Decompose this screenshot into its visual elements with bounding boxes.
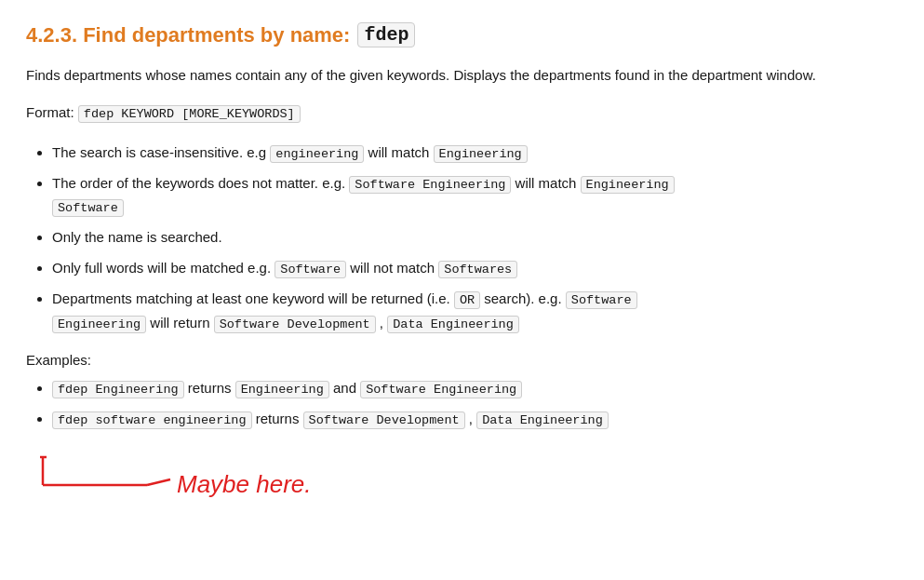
section-heading: 4.2.3. Find departments by name: fdep (26, 22, 898, 47)
examples-list: fdep Engineering returns Engineering and… (52, 377, 898, 432)
svg-text:Maybe here.: Maybe here. (177, 470, 312, 498)
example-item: fdep Engineering returns Engineering and… (52, 377, 898, 400)
format-line: Format: fdep KEYWORD [MORE_KEYWORDS] (26, 101, 898, 125)
heading-number: 4.2.3. Find departments by name: (26, 23, 350, 47)
bullet-text: search). e.g. (480, 290, 566, 306)
code-DataEng-result: Data Engineering (476, 411, 609, 429)
code-Engineering2: Engineering (581, 176, 675, 194)
code-Software2: Software (275, 261, 346, 278)
code-engineering: engineering (270, 145, 364, 163)
code-SoftwareEng-result: Software Engineering (360, 381, 522, 398)
examples-label: Examples: (26, 352, 898, 368)
example-text: and (329, 380, 360, 396)
format-code: fdep KEYWORD [MORE_KEYWORDS] (78, 105, 301, 123)
bullet-text: The search is case-insensitive. e.g (52, 144, 270, 160)
code-example2: fdep software engineering (52, 411, 252, 429)
bullet-text: will return (146, 315, 214, 330)
code-example1: fdep Engineering (52, 381, 184, 398)
code-Software3: Software (566, 291, 637, 309)
bullet-text: Departments matching at least one keywor… (52, 290, 454, 306)
description-text: Finds departments whose names contain an… (26, 64, 898, 87)
example-item: fdep software engineering returns Softwa… (52, 408, 898, 431)
code-SoftwareDev: Software Development (214, 316, 376, 333)
code-SoftwareDev-result: Software Development (303, 411, 465, 429)
code-Engineering: Engineering (434, 145, 528, 163)
list-item: Only full words will be matched e.g. Sof… (52, 257, 898, 280)
example-text: returns (252, 411, 303, 426)
example-text: , (465, 411, 477, 426)
bullets-list: The search is case-insensitive. e.g engi… (52, 142, 898, 335)
format-label: Format: (26, 104, 74, 120)
bullet-text: will not match (346, 260, 438, 276)
example-text: returns (184, 380, 235, 396)
code-Engineering3: Engineering (52, 316, 146, 333)
list-item: Departments matching at least one keywor… (52, 288, 898, 335)
bullet-text: Only full words will be matched e.g. (52, 260, 275, 276)
annotation: Maybe here. (26, 450, 898, 524)
heading-command: fdep (357, 22, 415, 47)
code-Engineering-result: Engineering (235, 381, 329, 398)
bullet-text: , (376, 315, 388, 330)
code-Softwares: Softwares (438, 261, 517, 278)
list-item: Only the name is searched. (52, 226, 898, 250)
list-item: The search is case-insensitive. e.g engi… (52, 142, 898, 165)
bullet-text: The order of the keywords does not matte… (52, 175, 349, 191)
bullet-text: will match (364, 144, 433, 160)
code-DataEng: Data Engineering (387, 316, 519, 333)
code-software-engineering: Software Engineering (349, 176, 511, 194)
list-item: The order of the keywords does not matte… (52, 172, 898, 220)
code-Software: Software (52, 199, 124, 217)
code-OR: OR (454, 291, 480, 309)
annotation-svg: Maybe here. (26, 450, 529, 524)
bullet-text: Only the name is searched. (52, 229, 222, 245)
bullet-text: will match (511, 175, 580, 191)
svg-line-2 (147, 479, 170, 485)
